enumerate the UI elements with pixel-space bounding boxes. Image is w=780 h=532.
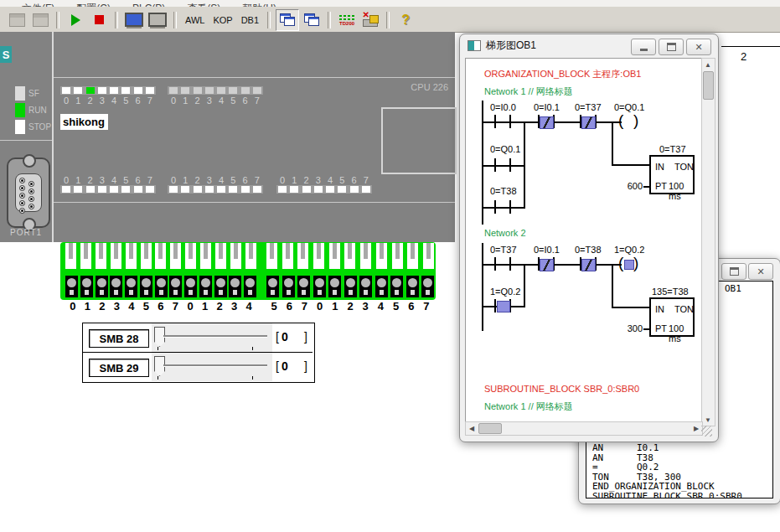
stop-icon bbox=[95, 15, 104, 24]
restore-button[interactable] bbox=[721, 263, 746, 280]
background-rule bbox=[721, 46, 780, 47]
toolbar: AWL KOP DB1 TD200 ✕ ? bbox=[0, 8, 780, 33]
kop-view-label: KOP bbox=[209, 15, 235, 25]
contact-label: 1=Q0.2 bbox=[490, 287, 520, 297]
terminal-numbers-right: 56701234567 bbox=[266, 300, 434, 312]
awl-caption-buttons bbox=[719, 263, 746, 280]
td200-button[interactable]: TD200 bbox=[336, 10, 358, 30]
smb28-slider-thumb[interactable] bbox=[154, 327, 165, 347]
power-rail bbox=[482, 243, 483, 331]
ladder-window[interactable]: 梯形图OB1 ✕ ORGANIZATION_BLOCK 主程序:OB1 Netw… bbox=[459, 34, 719, 442]
vertical-scrollbar[interactable]: ▲ ▼ bbox=[701, 58, 715, 426]
menu-bar[interactable]: 文件(F)配置(C)PLC(P)查看(S)帮助(H) bbox=[0, 0, 780, 8]
application-window: 文件(F)配置(C)PLC(P)查看(S)帮助(H) AWL KOP DB1 T… bbox=[0, 0, 780, 532]
app-badge: S bbox=[0, 46, 12, 63]
db9-port-icon bbox=[7, 158, 50, 228]
contact-label: 0=T38 bbox=[490, 186, 517, 196]
contact-label: 0=I0.1 bbox=[534, 245, 560, 255]
db1-view-button[interactable]: DB1 bbox=[238, 10, 262, 30]
watch-window-button[interactable] bbox=[301, 10, 323, 30]
coil-energized-square bbox=[624, 260, 634, 270]
input-numbers-a: 01234567 bbox=[60, 96, 156, 106]
td200-icon: TD200 bbox=[338, 13, 355, 27]
sf-led bbox=[15, 86, 25, 101]
network1-header: Network 1 // 网络标题 bbox=[484, 85, 573, 98]
input-led-group-a bbox=[60, 86, 156, 95]
ladder-diagram-area[interactable]: ORGANIZATION_BLOCK 主程序:OB1 Network 1 // … bbox=[465, 58, 702, 426]
ton-timer-box: IN TON PT 100 ms bbox=[649, 297, 695, 337]
contact-label: 0=I0.1 bbox=[534, 102, 560, 112]
horizontal-scrollbar[interactable]: ◀ ▶ bbox=[465, 421, 703, 436]
close-button[interactable]: ✕ bbox=[686, 39, 711, 55]
monitor-offline-button[interactable] bbox=[147, 10, 168, 30]
nc-contact-energized bbox=[581, 116, 596, 129]
db1-file-icon bbox=[33, 13, 49, 27]
switch-row-right[interactable] bbox=[266, 243, 434, 269]
help-button[interactable]: ? bbox=[395, 10, 416, 30]
output-numbers-3: 01234567 bbox=[276, 175, 372, 185]
no-contact-energized bbox=[497, 301, 510, 312]
status-sf: SF bbox=[15, 86, 39, 101]
input-terminal-strip bbox=[60, 242, 436, 300]
smb29-value: 0 bbox=[282, 359, 288, 373]
lock-button[interactable]: ✕ bbox=[359, 10, 381, 30]
status-run: RUN bbox=[15, 103, 47, 117]
run-led bbox=[15, 103, 25, 117]
smb29-slider-thumb[interactable] bbox=[154, 356, 165, 376]
toolbar-separator bbox=[267, 12, 271, 28]
sbr-block-header: SUBROUTINE_BLOCK SBR_0:SBR0 bbox=[484, 384, 639, 394]
db1-view-label: DB1 bbox=[238, 15, 262, 25]
stop-button[interactable] bbox=[88, 10, 110, 30]
lamp-row-left[interactable] bbox=[65, 276, 256, 297]
close-button[interactable]: ✕ bbox=[748, 263, 773, 280]
switch-row-left[interactable] bbox=[65, 243, 256, 269]
cascade-windows-icon bbox=[280, 13, 295, 26]
contact-label: 0=T37 bbox=[490, 245, 517, 255]
awl-code-listing: AN I0.1AN T38= Q0.2TON T38, 300END_ORGAN… bbox=[592, 443, 742, 498]
nc-contact-energized bbox=[540, 116, 554, 129]
kop-view-button[interactable]: KOP bbox=[209, 10, 235, 30]
db1-file-button[interactable] bbox=[29, 10, 51, 30]
rung-wire bbox=[482, 207, 525, 209]
scrollbar-thumb[interactable] bbox=[703, 71, 714, 100]
preset-tick bbox=[643, 186, 649, 188]
timer-feed-wire bbox=[612, 307, 649, 308]
branch-rail bbox=[524, 264, 525, 307]
rung-wire bbox=[482, 165, 525, 167]
cpu-model-label: CPU 226 bbox=[411, 82, 448, 92]
resize-grip[interactable] bbox=[701, 426, 712, 436]
coil-open: ( bbox=[618, 112, 623, 128]
smb28-row: SMB 28 [ 0 ] bbox=[83, 323, 313, 353]
terminal-numbers-left: 0123456701234 bbox=[65, 300, 256, 312]
watch-window-icon bbox=[304, 13, 319, 26]
timer-feed-wire bbox=[612, 164, 649, 166]
timer-preset: 600 bbox=[621, 181, 643, 191]
output-numbers-2: 01234567 bbox=[168, 175, 263, 185]
stop-led bbox=[15, 120, 25, 134]
awl-file-button[interactable] bbox=[6, 10, 28, 30]
restore-button[interactable] bbox=[659, 39, 684, 55]
contact-label: 0=Q0.1 bbox=[490, 144, 520, 154]
play-icon bbox=[71, 14, 80, 26]
smb29-slider[interactable] bbox=[152, 353, 272, 381]
scrollbar-thumb[interactable] bbox=[478, 423, 502, 434]
network2-header: Network 2 bbox=[484, 228, 526, 238]
toolbar-separator bbox=[173, 12, 177, 28]
cascade-windows-button[interactable] bbox=[276, 9, 299, 31]
smb29-label: SMB 29 bbox=[89, 359, 149, 377]
output-led-group-3 bbox=[276, 185, 372, 194]
timer-output-label: 135=T38 bbox=[652, 287, 689, 297]
timer-feed-wire bbox=[612, 121, 613, 164]
monitor-online-button[interactable] bbox=[123, 10, 145, 30]
toolbar-separator bbox=[328, 12, 331, 28]
lamp-row-right[interactable] bbox=[266, 276, 434, 297]
ladder-caption-buttons: ✕ bbox=[628, 39, 711, 55]
contact-label: 0=T38 bbox=[575, 245, 602, 255]
smb28-slider[interactable] bbox=[152, 323, 272, 352]
run-button[interactable] bbox=[65, 10, 86, 30]
awl-view-button[interactable]: AWL bbox=[182, 10, 208, 30]
timer-output-label: 0=T37 bbox=[659, 144, 686, 154]
org-block-header: ORGANIZATION_BLOCK 主程序:OB1 bbox=[484, 68, 641, 80]
status-stop: STOP bbox=[15, 120, 51, 134]
minimize-button[interactable] bbox=[631, 39, 656, 55]
